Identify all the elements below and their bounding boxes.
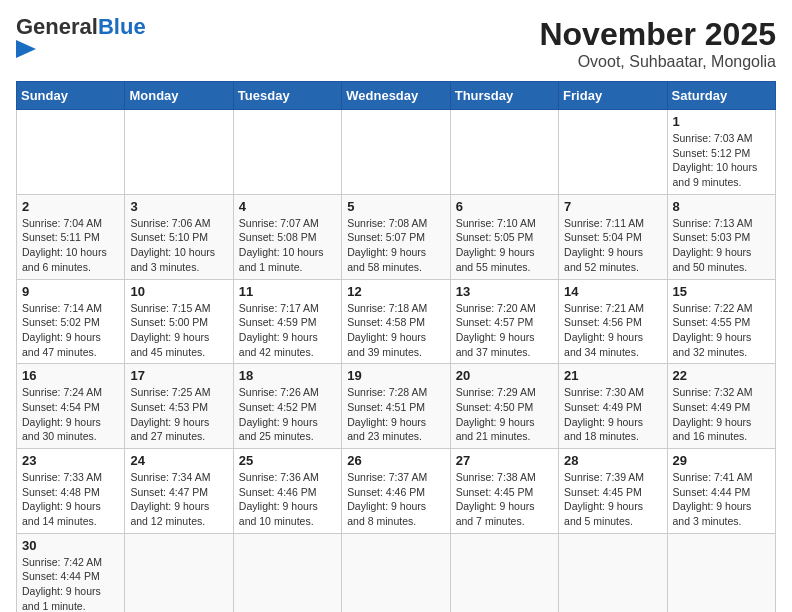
day-info: Sunrise: 7:17 AMSunset: 4:59 PMDaylight:… <box>239 301 336 360</box>
calendar-cell: 4Sunrise: 7:07 AMSunset: 5:08 PMDaylight… <box>233 194 341 279</box>
calendar-cell <box>667 533 775 612</box>
day-number: 10 <box>130 284 227 299</box>
calendar-cell: 12Sunrise: 7:18 AMSunset: 4:58 PMDayligh… <box>342 279 450 364</box>
calendar-cell: 24Sunrise: 7:34 AMSunset: 4:47 PMDayligh… <box>125 449 233 534</box>
day-number: 6 <box>456 199 553 214</box>
header-thursday: Thursday <box>450 82 558 110</box>
day-number: 9 <box>22 284 119 299</box>
calendar-week-3: 9Sunrise: 7:14 AMSunset: 5:02 PMDaylight… <box>17 279 776 364</box>
calendar-cell: 10Sunrise: 7:15 AMSunset: 5:00 PMDayligh… <box>125 279 233 364</box>
logo-text-blue: Blue <box>98 16 146 38</box>
calendar-cell: 6Sunrise: 7:10 AMSunset: 5:05 PMDaylight… <box>450 194 558 279</box>
calendar-cell <box>125 533 233 612</box>
day-number: 17 <box>130 368 227 383</box>
day-info: Sunrise: 7:11 AMSunset: 5:04 PMDaylight:… <box>564 216 661 275</box>
calendar-cell: 2Sunrise: 7:04 AMSunset: 5:11 PMDaylight… <box>17 194 125 279</box>
calendar-cell: 14Sunrise: 7:21 AMSunset: 4:56 PMDayligh… <box>559 279 667 364</box>
day-number: 19 <box>347 368 444 383</box>
calendar-cell <box>450 533 558 612</box>
day-info: Sunrise: 7:04 AMSunset: 5:11 PMDaylight:… <box>22 216 119 275</box>
day-info: Sunrise: 7:38 AMSunset: 4:45 PMDaylight:… <box>456 470 553 529</box>
calendar-cell <box>342 110 450 195</box>
day-number: 20 <box>456 368 553 383</box>
day-info: Sunrise: 7:24 AMSunset: 4:54 PMDaylight:… <box>22 385 119 444</box>
header-wednesday: Wednesday <box>342 82 450 110</box>
day-number: 8 <box>673 199 770 214</box>
logo-icon <box>16 40 86 58</box>
day-info: Sunrise: 7:22 AMSunset: 4:55 PMDaylight:… <box>673 301 770 360</box>
header: General Blue November 2025 Ovoot, Suhbaa… <box>16 16 776 71</box>
calendar-cell: 21Sunrise: 7:30 AMSunset: 4:49 PMDayligh… <box>559 364 667 449</box>
day-number: 18 <box>239 368 336 383</box>
calendar-cell: 11Sunrise: 7:17 AMSunset: 4:59 PMDayligh… <box>233 279 341 364</box>
day-info: Sunrise: 7:13 AMSunset: 5:03 PMDaylight:… <box>673 216 770 275</box>
day-info: Sunrise: 7:30 AMSunset: 4:49 PMDaylight:… <box>564 385 661 444</box>
day-number: 25 <box>239 453 336 468</box>
logo: General Blue <box>16 16 146 58</box>
header-tuesday: Tuesday <box>233 82 341 110</box>
calendar-cell <box>17 110 125 195</box>
day-number: 22 <box>673 368 770 383</box>
day-info: Sunrise: 7:20 AMSunset: 4:57 PMDaylight:… <box>456 301 553 360</box>
calendar-cell <box>559 533 667 612</box>
header-monday: Monday <box>125 82 233 110</box>
day-number: 23 <box>22 453 119 468</box>
calendar-cell: 20Sunrise: 7:29 AMSunset: 4:50 PMDayligh… <box>450 364 558 449</box>
day-info: Sunrise: 7:07 AMSunset: 5:08 PMDaylight:… <box>239 216 336 275</box>
day-info: Sunrise: 7:28 AMSunset: 4:51 PMDaylight:… <box>347 385 444 444</box>
calendar-cell <box>342 533 450 612</box>
calendar-cell: 16Sunrise: 7:24 AMSunset: 4:54 PMDayligh… <box>17 364 125 449</box>
logo-text-general: General <box>16 16 98 38</box>
calendar-week-6: 30Sunrise: 7:42 AMSunset: 4:44 PMDayligh… <box>17 533 776 612</box>
calendar-cell: 18Sunrise: 7:26 AMSunset: 4:52 PMDayligh… <box>233 364 341 449</box>
calendar-subtitle: Ovoot, Suhbaatar, Mongolia <box>539 53 776 71</box>
page: General Blue November 2025 Ovoot, Suhbaa… <box>0 0 792 612</box>
header-saturday: Saturday <box>667 82 775 110</box>
svg-marker-0 <box>16 40 36 58</box>
day-number: 11 <box>239 284 336 299</box>
day-info: Sunrise: 7:34 AMSunset: 4:47 PMDaylight:… <box>130 470 227 529</box>
calendar-cell: 9Sunrise: 7:14 AMSunset: 5:02 PMDaylight… <box>17 279 125 364</box>
title-block: November 2025 Ovoot, Suhbaatar, Mongolia <box>539 16 776 71</box>
day-info: Sunrise: 7:25 AMSunset: 4:53 PMDaylight:… <box>130 385 227 444</box>
calendar-cell: 19Sunrise: 7:28 AMSunset: 4:51 PMDayligh… <box>342 364 450 449</box>
calendar-cell <box>233 533 341 612</box>
day-number: 12 <box>347 284 444 299</box>
calendar-cell: 17Sunrise: 7:25 AMSunset: 4:53 PMDayligh… <box>125 364 233 449</box>
day-info: Sunrise: 7:21 AMSunset: 4:56 PMDaylight:… <box>564 301 661 360</box>
calendar-cell: 26Sunrise: 7:37 AMSunset: 4:46 PMDayligh… <box>342 449 450 534</box>
calendar-cell: 22Sunrise: 7:32 AMSunset: 4:49 PMDayligh… <box>667 364 775 449</box>
day-info: Sunrise: 7:37 AMSunset: 4:46 PMDaylight:… <box>347 470 444 529</box>
calendar-cell: 15Sunrise: 7:22 AMSunset: 4:55 PMDayligh… <box>667 279 775 364</box>
day-info: Sunrise: 7:39 AMSunset: 4:45 PMDaylight:… <box>564 470 661 529</box>
calendar-cell <box>233 110 341 195</box>
day-info: Sunrise: 7:36 AMSunset: 4:46 PMDaylight:… <box>239 470 336 529</box>
day-number: 4 <box>239 199 336 214</box>
day-info: Sunrise: 7:18 AMSunset: 4:58 PMDaylight:… <box>347 301 444 360</box>
calendar-week-4: 16Sunrise: 7:24 AMSunset: 4:54 PMDayligh… <box>17 364 776 449</box>
day-number: 15 <box>673 284 770 299</box>
day-number: 26 <box>347 453 444 468</box>
calendar-cell: 5Sunrise: 7:08 AMSunset: 5:07 PMDaylight… <box>342 194 450 279</box>
calendar-cell: 23Sunrise: 7:33 AMSunset: 4:48 PMDayligh… <box>17 449 125 534</box>
calendar-cell <box>559 110 667 195</box>
header-friday: Friday <box>559 82 667 110</box>
day-info: Sunrise: 7:10 AMSunset: 5:05 PMDaylight:… <box>456 216 553 275</box>
calendar-week-5: 23Sunrise: 7:33 AMSunset: 4:48 PMDayligh… <box>17 449 776 534</box>
day-info: Sunrise: 7:15 AMSunset: 5:00 PMDaylight:… <box>130 301 227 360</box>
calendar-cell: 3Sunrise: 7:06 AMSunset: 5:10 PMDaylight… <box>125 194 233 279</box>
calendar-week-1: 1Sunrise: 7:03 AMSunset: 5:12 PMDaylight… <box>17 110 776 195</box>
day-number: 24 <box>130 453 227 468</box>
day-number: 2 <box>22 199 119 214</box>
day-number: 21 <box>564 368 661 383</box>
calendar-cell: 7Sunrise: 7:11 AMSunset: 5:04 PMDaylight… <box>559 194 667 279</box>
calendar-cell: 25Sunrise: 7:36 AMSunset: 4:46 PMDayligh… <box>233 449 341 534</box>
calendar-cell: 30Sunrise: 7:42 AMSunset: 4:44 PMDayligh… <box>17 533 125 612</box>
calendar-title: November 2025 <box>539 16 776 53</box>
calendar-cell: 29Sunrise: 7:41 AMSunset: 4:44 PMDayligh… <box>667 449 775 534</box>
calendar-cell: 13Sunrise: 7:20 AMSunset: 4:57 PMDayligh… <box>450 279 558 364</box>
calendar-cell: 28Sunrise: 7:39 AMSunset: 4:45 PMDayligh… <box>559 449 667 534</box>
day-number: 5 <box>347 199 444 214</box>
day-info: Sunrise: 7:42 AMSunset: 4:44 PMDaylight:… <box>22 555 119 612</box>
day-number: 30 <box>22 538 119 553</box>
